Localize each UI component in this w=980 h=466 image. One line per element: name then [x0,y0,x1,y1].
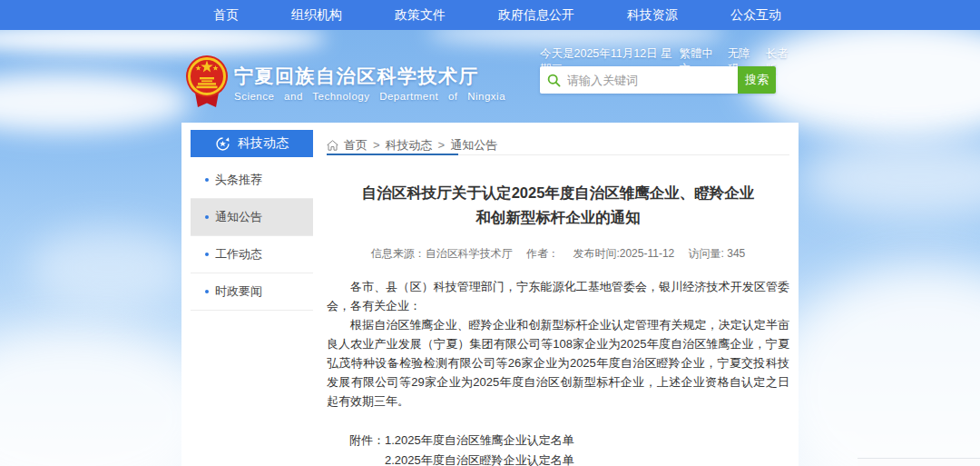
sidebar-item-label: 工作动态 [215,246,262,263]
article-title: 自治区科技厅关于认定2025年度自治区雏鹰企业、瞪羚企业 和创新型标杆企业的通知 [327,181,789,230]
breadcrumb-divider [327,154,789,155]
attachments-section: 附件： 1.2025年度自治区雏鹰企业认定名单 2.2025年度自治区瞪羚企业认… [349,431,789,466]
sidebar-item-work-trends[interactable]: 工作动态 [191,236,313,273]
site-title-english: Science and Technology Department of Nin… [234,91,505,102]
sidebar-item-political-news[interactable]: 时政要闻 [191,273,313,311]
attachment-link-2[interactable]: 2.2025年度自治区瞪羚企业认定名单 [385,451,610,466]
meta-publish-time: 发布时间:2025-11-12 [573,247,674,260]
meta-source: 信息来源：自治区科学技术厅 [371,247,513,260]
article-meta: 信息来源：自治区科学技术厅 作者： 发布时间:2025-11-12 访问量: 3… [327,246,789,262]
nav-item-government-info[interactable]: 政府信息公开 [498,7,574,24]
breadcrumb-level2[interactable]: 通知公告 [450,137,497,154]
search-bar: 搜索 [540,66,776,94]
bullet-icon [205,178,209,182]
search-icon [540,66,567,94]
national-emblem-logo [184,53,230,116]
home-icon [327,140,338,151]
bullet-icon [205,215,209,219]
nav-item-tech-resources[interactable]: 科技资源 [627,7,678,24]
article-title-line1: 自治区科技厅关于认定2025年度自治区雏鹰企业、瞪羚企业 [362,184,755,201]
search-input[interactable] [567,66,738,94]
breadcrumb-separator: > [438,138,446,152]
search-button[interactable]: 搜索 [738,66,776,94]
cloud-decoration [27,227,191,309]
breadcrumb-level1[interactable]: 科技动态 [386,137,433,154]
site-title: 宁夏回族自治区科学技术厅 [234,64,479,89]
sidebar: 科技动态 头条推荐 通知公告 工作动态 时政要闻 [191,130,313,311]
star-circular-arrow-icon [215,136,230,152]
nav-item-home[interactable]: 首页 [213,7,239,24]
sidebar-item-label: 头条推荐 [215,172,262,188]
article-paragraph: 各市、县（区）科技管理部门，宁东能源化工基地管委会，银川经济技术开发区管委会，各… [327,277,789,315]
nav-item-public-interaction[interactable]: 公众互动 [730,7,781,24]
attachments-list: 1.2025年度自治区雏鹰企业认定名单 2.2025年度自治区瞪羚企业认定名单 … [385,431,610,466]
breadcrumb-separator: > [373,138,380,152]
top-navigation: 首页 组织机构 政策文件 政府信息公开 科技资源 公众互动 [0,0,980,30]
breadcrumb-home[interactable]: 首页 [344,137,368,154]
nav-item-organization[interactable]: 组织机构 [291,7,342,24]
bullet-icon [205,290,209,293]
sidebar-header: 科技动态 [191,130,313,157]
attachments-label: 附件： [349,431,385,466]
bullet-icon [205,253,209,256]
sidebar-item-notices[interactable]: 通知公告 [191,199,313,236]
breadcrumb: 首页 > 科技动态 > 通知公告 [327,123,789,154]
meta-visit-count: 访问量: 345 [689,247,746,260]
meta-author: 作者： [526,247,559,260]
divider-accent [327,154,458,155]
sidebar-item-label: 通知公告 [215,209,262,225]
bottom-right-panel-edge [858,458,980,466]
attachment-link-1[interactable]: 1.2025年度自治区雏鹰企业认定名单 [385,431,610,451]
sidebar-title: 科技动态 [238,135,289,152]
article-title-line2: 和创新型标杆企业的通知 [475,209,641,225]
emblem-icon [184,53,230,113]
article-body: 各市、县（区）科技管理部门，宁东能源化工基地管委会，银川经济技术开发区管委会，各… [327,277,789,411]
article-paragraph: 根据自治区雏鹰企业、瞪羚企业和创新型标杆企业认定管理有关规定，决定认定半亩良人农… [327,315,789,411]
main-column: 首页 > 科技动态 > 通知公告 自治区科技厅关于认定2025年度自治区雏鹰企业… [327,123,789,466]
sidebar-item-label: 时政要闻 [215,283,262,300]
content-container: 科技动态 头条推荐 通知公告 工作动态 时政要闻 [181,123,799,466]
sidebar-item-headlines[interactable]: 头条推荐 [191,162,313,199]
nav-item-policy-documents[interactable]: 政策文件 [395,7,446,24]
sidebar-menu: 头条推荐 通知公告 工作动态 时政要闻 [191,162,313,311]
